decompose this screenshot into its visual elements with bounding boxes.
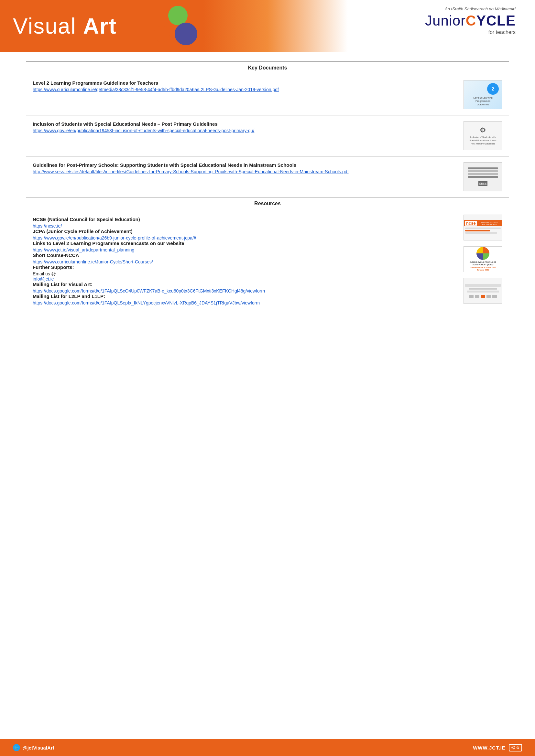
jcpa-title: JCPA (Junior Cycle Profile of Achievemen… bbox=[33, 229, 450, 234]
footer-right: WWW.JCT.IE Ⓒ ⊙ bbox=[473, 744, 522, 751]
header-tagline: An tSraith Shóisearach do Mhúinteoirí bbox=[425, 7, 516, 11]
main-content: Key Documents Level 2 Learning Programme… bbox=[0, 52, 535, 322]
ncca-link[interactable]: https://www.curriculumonline.ie/Junior-C… bbox=[33, 259, 153, 264]
guidelines-link[interactable]: http://www.sess.ie/sites/default/files/i… bbox=[33, 169, 349, 174]
mailing-va-title: Mailing List for Visual Art: bbox=[33, 282, 450, 287]
inclusion-thumb-text: Inclusion of Students withSpecial Educat… bbox=[469, 136, 496, 145]
sc-line3 bbox=[467, 290, 499, 292]
mailing-va-entry: Mailing List for Visual Art: https://doc… bbox=[33, 282, 450, 293]
table-row: Inclusion of Students with Special Educa… bbox=[26, 115, 509, 156]
level2-title: Level 2 Learning Programmes Guidelines f… bbox=[33, 80, 450, 86]
screencasts-title: Links to Level 2 Learning Programme scre… bbox=[33, 240, 450, 246]
table-row: NCSE (National Council for Special Educa… bbox=[26, 210, 509, 312]
ncse-content-lines bbox=[464, 226, 502, 235]
jcpa-wheel bbox=[476, 247, 490, 260]
level2-image-cell: 2 Level 2 LearningProgrammesGuidelines bbox=[457, 74, 509, 115]
sc-icon4 bbox=[487, 295, 491, 298]
twitter-icon: 🐦 bbox=[13, 744, 20, 751]
logo-junior-text: Junior bbox=[425, 13, 466, 29]
logo-cycle-text: CYCLE bbox=[466, 13, 516, 29]
ncse-thumbnail: ncse National Council for Special Educat… bbox=[464, 215, 502, 240]
resources-images-cell: ncse National Council for Special Educat… bbox=[457, 210, 509, 312]
level2-thumbnail: 2 Level 2 LearningProgrammesGuidelines bbox=[464, 80, 502, 109]
further-supports-entry: Further Supports: Email us @ info@jct.ie bbox=[33, 264, 450, 282]
level2-text-cell: Level 2 Learning Programmes Guidelines f… bbox=[26, 74, 457, 115]
guide-line-1 bbox=[468, 167, 498, 169]
key-documents-table: Key Documents Level 2 Learning Programme… bbox=[26, 62, 509, 312]
level2-thumb-text: Level 2 LearningProgrammesGuidelines bbox=[465, 96, 501, 106]
page-title: Visual Art bbox=[13, 13, 117, 39]
ncca-title: Short Course-NCCA bbox=[33, 253, 450, 258]
circle-green bbox=[168, 6, 187, 25]
mailing-l2-link[interactable]: https://docs.google.com/forms/d/e/1FAIpQ… bbox=[33, 300, 260, 306]
sc-icon3 bbox=[481, 295, 485, 298]
ncca-entry: Short Course-NCCA https://www.curriculum… bbox=[33, 253, 450, 264]
creative-commons-badge: Ⓒ ⊙ bbox=[509, 744, 522, 751]
sc-icon2 bbox=[475, 295, 479, 298]
email-link[interactable]: info@jct.ie bbox=[33, 276, 54, 282]
guide-line-3 bbox=[468, 173, 498, 175]
junior-cycle-wordmark: JuniorCYCLE bbox=[425, 13, 516, 29]
inclusion-icon: ⚙ bbox=[480, 126, 486, 134]
ncse-line-1 bbox=[465, 228, 501, 229]
logo-for-teachers: for teachers bbox=[425, 29, 516, 35]
sc-icon5 bbox=[492, 295, 497, 298]
jcpa-link[interactable]: https://www.gov.ie/en/publication/a26b9-… bbox=[33, 235, 196, 240]
resources-text-cell: NCSE (National Council for Special Educa… bbox=[26, 210, 457, 312]
email-label: Email us @ bbox=[33, 271, 450, 276]
key-documents-heading: Key Documents bbox=[26, 62, 509, 74]
resources-header-row: Resources bbox=[26, 198, 509, 210]
cc-icon: Ⓒ bbox=[511, 745, 515, 750]
logo-c-letter: C bbox=[466, 13, 476, 28]
table-row: Level 2 Learning Programmes Guidelines f… bbox=[26, 74, 509, 115]
mailing-va-link[interactable]: https://docs.google.com/forms/d/e/1FAIpQ… bbox=[33, 288, 265, 293]
screencasts-link[interactable]: https://www.jct.ie/visual_art/department… bbox=[33, 247, 134, 253]
page-footer: 🐦 @jctVisualArt WWW.JCT.IE Ⓒ ⊙ bbox=[0, 739, 535, 756]
cc-circle: ⊙ bbox=[516, 746, 520, 750]
sc-line2 bbox=[469, 288, 497, 290]
guide-line-4 bbox=[468, 176, 498, 178]
ncse-header-bar: ncse National Council for Special Educat… bbox=[464, 220, 502, 226]
level2-link[interactable]: https://www.curriculumonline.ie/getmedia… bbox=[33, 87, 279, 92]
inclusion-thumbnail: ⚙ Inclusion of Students withSpecial Educ… bbox=[464, 121, 502, 150]
decorative-circles bbox=[149, 3, 207, 48]
guide-logo: SESS bbox=[478, 181, 488, 186]
further-title: Further Supports: bbox=[33, 264, 450, 270]
title-light: Visual bbox=[13, 14, 83, 38]
inclusion-title: Inclusion of Students with Special Educa… bbox=[33, 121, 450, 127]
guide-line-2 bbox=[468, 170, 498, 172]
resources-heading: Resources bbox=[26, 198, 509, 210]
twitter-handle: @jctVisualArt bbox=[23, 745, 54, 750]
inclusion-image-cell: ⚙ Inclusion of Students withSpecial Educ… bbox=[457, 115, 509, 156]
sc-icons-row bbox=[469, 295, 497, 298]
ncse-entry: NCSE (National Council for Special Educa… bbox=[33, 217, 450, 229]
guidelines-image-cell: SESS bbox=[457, 156, 509, 198]
footer-twitter: 🐦 @jctVisualArt bbox=[13, 744, 54, 751]
guidelines-title: Guidelines for Post-Primary Schools: Sup… bbox=[33, 162, 450, 168]
sc-line1 bbox=[465, 284, 501, 287]
jcpa-entry: JCPA (Junior Cycle Profile of Achievemen… bbox=[33, 229, 450, 240]
sc-icon1 bbox=[469, 295, 473, 298]
mailing-l2-entry: Mailing List for L2LP and L1LP: https://… bbox=[33, 293, 450, 306]
ncse-logo-text: ncse bbox=[465, 221, 477, 226]
guidelines-text-cell: Guidelines for Post-Primary Schools: Sup… bbox=[26, 156, 457, 198]
circle-orange bbox=[154, 26, 170, 42]
jct-logo: An tSraith Shóisearach do Mhúinteoirí Ju… bbox=[425, 7, 516, 35]
footer-website: WWW.JCT.IE bbox=[473, 745, 506, 750]
jcpa-label: JUNIOR CYCLE PROFILE OFACHIEVEMENT (JCPA… bbox=[470, 261, 496, 271]
guidelines-thumbnail: SESS bbox=[464, 162, 502, 191]
ncse-link[interactable]: https://ncse.ie/ bbox=[33, 223, 62, 229]
ncse-title: NCSE (National Council for Special Educa… bbox=[33, 217, 450, 222]
inclusion-text-cell: Inclusion of Students with Special Educa… bbox=[26, 115, 457, 156]
title-bold: Art bbox=[83, 14, 117, 38]
screencasts-entry: Links to Level 2 Learning Programme scre… bbox=[33, 240, 450, 253]
circle-purple bbox=[175, 23, 197, 45]
inclusion-link[interactable]: https://www.gov.ie/en/publication/19453f… bbox=[33, 128, 254, 133]
mailing-l2-title: Mailing List for L2LP and L1LP: bbox=[33, 293, 450, 299]
ncse-tagline: National Council for Special Education bbox=[478, 221, 501, 225]
ncse-line-3 bbox=[465, 232, 497, 234]
page-header: Visual Art An tSraith Shóisearach do Mhú… bbox=[0, 0, 535, 52]
ncse-line-2 bbox=[465, 230, 490, 231]
level2-badge: 2 bbox=[487, 83, 499, 95]
jcpa-thumbnail: JUNIOR CYCLE PROFILE OFACHIEVEMENT (JCPA… bbox=[464, 246, 502, 272]
